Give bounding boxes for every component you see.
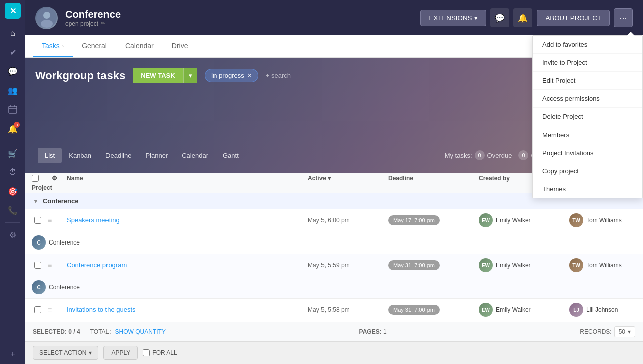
total-label: TOTAL:: [90, 328, 111, 335]
tab-general[interactable]: General: [73, 36, 116, 57]
notifications-button[interactable]: 🔔: [513, 8, 532, 27]
th-checkbox: [28, 175, 48, 182]
sidebar-icon-add[interactable]: +: [5, 346, 21, 362]
group-name: Conference: [43, 197, 79, 205]
menu-item-delete-project[interactable]: Delete Project: [533, 108, 642, 126]
project-avatar: [35, 7, 58, 29]
group-collapse-icon[interactable]: ▼: [33, 198, 39, 205]
menu-item-access-permissions[interactable]: Access permissions: [533, 90, 642, 108]
task-name-3[interactable]: Invitations to the guests: [63, 301, 304, 318]
overdue-count: 0: [475, 150, 485, 160]
task-name-2[interactable]: Conference program: [63, 257, 304, 274]
sidebar-icon-calendar[interactable]: [5, 101, 21, 117]
sidebar-icon-notifications[interactable]: 🔔 3: [5, 120, 21, 137]
extensions-button[interactable]: EXTENSIONS ▾: [420, 10, 487, 26]
filter-chip-label: In progress: [211, 72, 244, 79]
sort-icon: ▾: [328, 175, 331, 182]
th-active[interactable]: Active ▾: [304, 175, 384, 182]
subnav-list[interactable]: List: [38, 148, 62, 163]
active-date-2: May 5, 5:59 pm: [304, 258, 384, 273]
subnav-calendar[interactable]: Calendar: [175, 148, 216, 163]
sidebar-icon-settings[interactable]: ⚙: [5, 227, 21, 243]
drag-handle-1[interactable]: ≡: [48, 216, 63, 224]
menu-item-copy-project[interactable]: Copy project: [533, 162, 642, 180]
new-task-button-group[interactable]: NEW TASK ▾: [133, 68, 197, 83]
responsible-2: TW Tom Williams: [565, 254, 640, 276]
subnav-planner[interactable]: Planner: [138, 148, 175, 163]
workgroup-title: Workgroup tasks: [35, 69, 125, 82]
menu-item-members[interactable]: Members: [533, 126, 642, 144]
settings-icon[interactable]: ⚙: [52, 175, 57, 182]
sidebar-icon-phone[interactable]: 📞: [5, 202, 21, 218]
subnav-deadline[interactable]: Deadline: [98, 148, 138, 163]
project-name-1: Conference: [49, 239, 80, 246]
my-tasks-label: My tasks:: [445, 152, 472, 159]
avatar-tom-1: TW: [569, 213, 583, 227]
select-action-button[interactable]: SELECT ACTION ▾: [33, 346, 98, 360]
tab-drive[interactable]: Drive: [163, 36, 197, 57]
for-all-label[interactable]: FOR ALL: [143, 349, 177, 356]
show-quantity-button[interactable]: SHOW QUANTITY: [115, 328, 166, 335]
drag-handle-2[interactable]: ≡: [48, 261, 63, 269]
table-footer: SELECTED: 0 / 4 TOTAL: SHOW QUANTITY PAG…: [25, 322, 643, 341]
records-value: 50: [619, 328, 625, 335]
filter-chip-close[interactable]: ✕: [247, 72, 252, 79]
responsible-name-3: Lili Johnson: [586, 306, 618, 313]
responsible-name-1: Tom Williams: [586, 217, 622, 224]
created-by-2: EW Emily Walker: [475, 254, 565, 276]
sidebar-icon-chat[interactable]: 💬: [5, 63, 21, 79]
th-name[interactable]: Name: [63, 175, 304, 182]
messages-button[interactable]: 💬: [490, 8, 509, 27]
filter-chip-inprogress[interactable]: In progress ✕: [205, 69, 258, 82]
menu-item-invite-project[interactable]: Invite to Project: [533, 54, 642, 72]
sidebar-icon-cart[interactable]: 🛒: [5, 145, 21, 161]
records-value-dropdown[interactable]: 50 ▾: [614, 326, 635, 337]
row-checkbox-2[interactable]: [28, 262, 48, 269]
responsible-1: TW Tom Williams: [565, 209, 640, 231]
svg-point-6: [41, 20, 53, 28]
row-checkbox-1[interactable]: [28, 217, 48, 224]
sidebar-icon-target[interactable]: 🎯: [5, 183, 21, 199]
select-all-checkbox[interactable]: [32, 175, 39, 182]
responsible-name-2: Tom Williams: [586, 262, 622, 269]
created-by-3: EW Emily Walker: [475, 299, 565, 321]
search-placeholder[interactable]: + search: [266, 72, 291, 79]
tab-tasks[interactable]: Tasks ›: [33, 36, 73, 57]
project-header: Conference open project ✏ EXTENSIONS ▾ 💬…: [25, 0, 643, 35]
for-all-checkbox[interactable]: [143, 349, 150, 356]
new-task-main-label[interactable]: NEW TASK: [133, 68, 183, 83]
avatar-tom-2: TW: [569, 258, 583, 272]
new-task-dropdown-arrow[interactable]: ▾: [183, 68, 197, 83]
project-1: C Conference: [28, 231, 48, 254]
menu-item-add-favorites[interactable]: Add to favorites: [533, 36, 642, 54]
menu-item-project-invitations[interactable]: Project Invitations: [533, 144, 642, 162]
sidebar-icon-tasks[interactable]: ✔: [5, 44, 21, 60]
project-info: Conference open project ✏: [65, 9, 413, 27]
tab-calendar[interactable]: Calendar: [116, 36, 163, 57]
task-name-1[interactable]: Speakers meeting: [63, 212, 304, 229]
close-button[interactable]: ✕: [5, 3, 21, 19]
more-options-button[interactable]: ···: [614, 8, 633, 27]
records-label: RECORDS:: [580, 328, 611, 335]
menu-item-edit-project[interactable]: Edit Project: [533, 72, 642, 90]
avatar-emily-1: EW: [479, 213, 493, 227]
drag-handle-3[interactable]: ≡: [48, 306, 63, 314]
records-dropdown-icon: ▾: [628, 328, 631, 335]
menu-item-themes[interactable]: Themes: [533, 180, 642, 198]
sidebar-icon-groups[interactable]: 👥: [5, 82, 21, 98]
apply-button[interactable]: APPLY: [103, 346, 138, 360]
deadline-badge-2: May 31, 7:00 pm: [388, 260, 440, 270]
sidebar-icon-timer[interactable]: ⏱: [5, 164, 21, 180]
row-checkbox-3[interactable]: [28, 306, 48, 313]
extensions-dropdown-icon: ▾: [474, 14, 478, 22]
subnav-kanban[interactable]: Kanban: [62, 148, 98, 163]
subnav-gantt[interactable]: Gantt: [216, 148, 246, 163]
edit-project-icon[interactable]: ✏: [101, 20, 105, 27]
sidebar-divider2: [5, 222, 20, 223]
sidebar-icon-home[interactable]: ⌂: [5, 25, 21, 41]
avatar-emily-2: EW: [479, 258, 493, 272]
header-actions: EXTENSIONS ▾ 💬 🔔 ABOUT PROJECT ···: [420, 8, 633, 27]
svg-rect-0: [9, 106, 17, 113]
about-project-button[interactable]: ABOUT PROJECT: [537, 10, 610, 26]
created-by-name-3: Emily Walker: [496, 306, 531, 313]
